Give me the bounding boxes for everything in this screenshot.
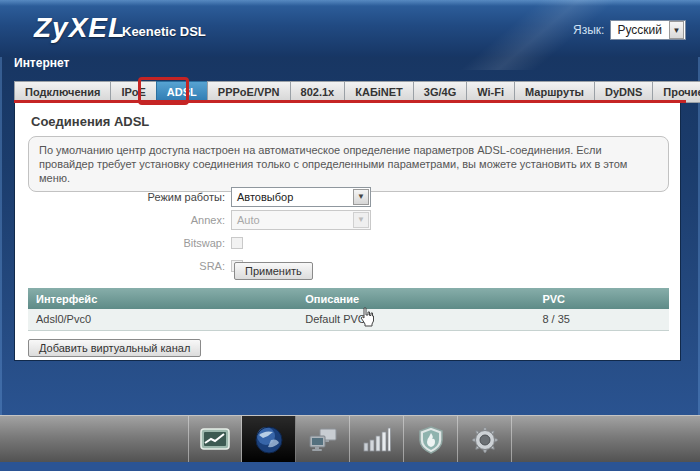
language-value: Русский [611, 23, 668, 37]
annex-label: Annex: [15, 214, 231, 226]
bottom-frame-strip [0, 462, 700, 471]
home-network-icon [308, 427, 338, 453]
dock-home-network[interactable] [296, 416, 350, 463]
language-label: Язык: [573, 23, 604, 37]
product-name: Keenetic DSL [122, 24, 206, 39]
bottom-dock [0, 415, 700, 462]
add-virtual-channel-button[interactable]: Добавить виртуальный канал [28, 339, 201, 357]
settings-gear-icon [471, 426, 499, 454]
page-title: Соединения ADSL [31, 114, 149, 129]
annex-select: Auto ▼ [231, 210, 371, 230]
column-header-interface: Интерфейс [28, 288, 297, 309]
chevron-down-icon[interactable]: ▼ [669, 21, 684, 39]
header: ZyXEL Keenetic DSL Язык: Русский ▼ [0, 0, 700, 57]
column-header-description: Описание [297, 288, 534, 309]
dock-settings[interactable] [458, 416, 512, 463]
chevron-down-icon: ▼ [353, 212, 369, 228]
router-admin-window: ZyXEL Keenetic DSL Язык: Русский ▼ Интер… [0, 0, 700, 471]
annotation-underline [14, 100, 686, 103]
bitswap-label: Bitswap: [15, 237, 231, 249]
dock-internet[interactable] [242, 416, 296, 463]
mode-value: Автовыбор [232, 191, 352, 203]
chevron-down-icon[interactable]: ▼ [353, 189, 369, 205]
pvc-table: Интерфейс Описание PVC Adsl0/Pvc0 Defaul… [28, 288, 669, 331]
system-monitor-icon [200, 428, 230, 452]
language-dropdown[interactable]: Русский ▼ [610, 20, 686, 40]
info-message: По умолчанию центр доступа настроен на а… [28, 136, 669, 192]
mode-select[interactable]: Автовыбор ▼ [231, 187, 371, 207]
dock-signal[interactable] [350, 416, 404, 463]
apply-button[interactable]: Применить [234, 262, 313, 280]
signal-bars-icon [363, 427, 391, 453]
cell-interface: Adsl0/Pvc0 [28, 309, 297, 330]
mouse-cursor-icon [359, 307, 375, 331]
cell-pvc: 8 / 35 [534, 309, 669, 330]
annex-value: Auto [232, 214, 352, 226]
mode-label: Режим работы: [15, 191, 231, 203]
bitswap-checkbox [231, 237, 243, 249]
security-shield-icon [418, 426, 444, 454]
dock-system-monitor[interactable] [188, 416, 242, 463]
content-panel: Соединения ADSL По умолчанию центр досту… [14, 103, 681, 361]
sra-label: SRA: [15, 260, 231, 272]
internet-globe-icon [255, 426, 283, 454]
column-header-pvc: PVC [534, 288, 669, 309]
adsl-settings-form: Режим работы: Автовыбор ▼ Annex: Auto ▼ … [15, 185, 680, 277]
language-selector: Язык: Русский ▼ [573, 20, 686, 40]
cell-description: Default PVC [297, 309, 534, 330]
zyxel-logo: ZyXEL [34, 12, 126, 44]
table-row[interactable]: Adsl0/Pvc0 Default PVC 8 / 35 [28, 309, 669, 330]
dock-security[interactable] [404, 416, 458, 463]
section-title: Интернет [14, 56, 69, 70]
